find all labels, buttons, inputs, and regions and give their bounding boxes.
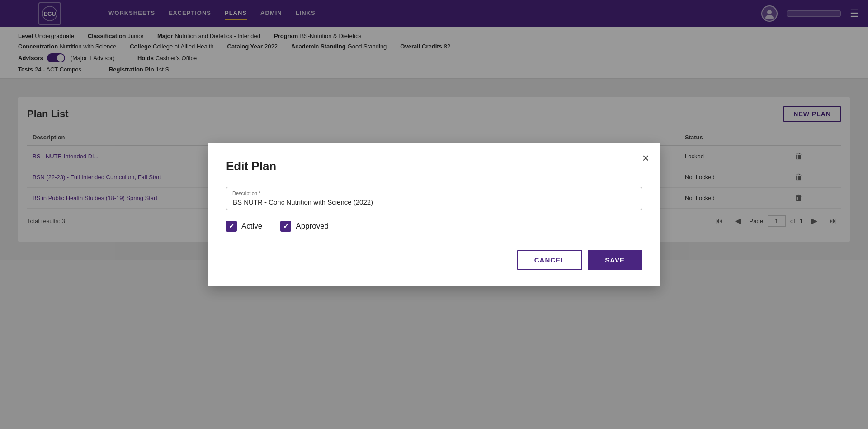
checkbox-row: ✓ Active ✓ Approved — [226, 221, 642, 232]
cancel-button[interactable]: CANCEL — [517, 250, 583, 270]
approved-label: Approved — [296, 222, 329, 231]
modal-buttons: CANCEL SAVE — [226, 250, 642, 270]
description-field: Description * — [226, 187, 642, 210]
modal-close-button[interactable]: × — [642, 152, 649, 164]
edit-plan-modal: Edit Plan × Description * ✓ Active ✓ App… — [208, 143, 660, 286]
approved-checkmark: ✓ — [283, 222, 289, 230]
modal-overlay[interactable]: Edit Plan × Description * ✓ Active ✓ App… — [0, 0, 868, 429]
active-checkbox[interactable]: ✓ — [226, 221, 237, 232]
approved-checkbox[interactable]: ✓ — [280, 221, 291, 232]
save-button[interactable]: SAVE — [588, 250, 642, 270]
description-input[interactable] — [226, 187, 642, 210]
active-checkmark: ✓ — [229, 222, 235, 230]
description-field-label: Description * — [232, 191, 260, 196]
active-checkbox-item: ✓ Active — [226, 221, 262, 232]
active-label: Active — [241, 222, 262, 231]
approved-checkbox-item: ✓ Approved — [280, 221, 329, 232]
modal-title: Edit Plan — [226, 159, 642, 173]
